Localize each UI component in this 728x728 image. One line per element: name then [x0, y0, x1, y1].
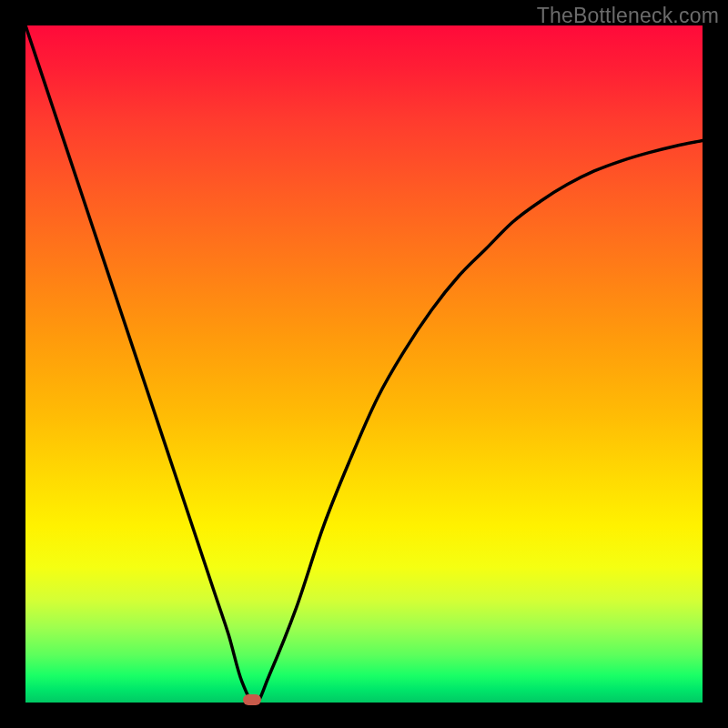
plot-area — [25, 25, 703, 703]
minimum-marker — [243, 694, 261, 705]
watermark-text: TheBottleneck.com — [537, 4, 719, 28]
chart-frame: TheBottleneck.com — [0, 0, 728, 728]
bottleneck-curve — [25, 25, 703, 703]
curve-layer — [25, 25, 703, 703]
